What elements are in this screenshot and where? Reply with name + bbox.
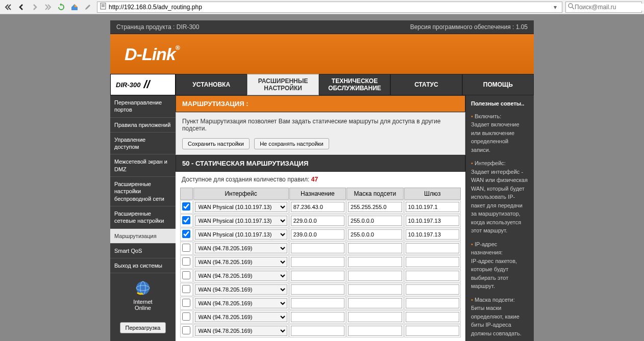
model-badge: DIR-300// xyxy=(110,74,176,95)
home-icon[interactable] xyxy=(68,2,81,13)
row-dest-input[interactable] xyxy=(291,326,344,336)
row-mask-input[interactable] xyxy=(348,284,402,295)
row-interface-select[interactable]: WAN (94.78.205.169) xyxy=(195,257,287,267)
row-dest-input[interactable] xyxy=(291,284,344,295)
row-enable-checkbox[interactable] xyxy=(182,216,190,224)
row-mask-input[interactable] xyxy=(348,257,402,267)
nav-first-icon[interactable] xyxy=(2,2,14,13)
content-area: МАРШРУТИЗАЦИЯ : Пункт Маршрутизация позв… xyxy=(176,95,465,341)
row-interface-select[interactable]: WAN (94.78.205.169) xyxy=(195,298,287,308)
row-interface-select[interactable]: WAN Physical (10.10.197.13) xyxy=(195,202,287,212)
row-dest-input[interactable] xyxy=(291,312,344,322)
row-mask-input[interactable] xyxy=(348,312,402,322)
save-button[interactable]: Сохранить настройки xyxy=(182,138,250,149)
nav-tab-2[interactable]: ТЕХНИЧЕСКОЕ ОБСЛУЖИВАНИЕ xyxy=(319,74,390,95)
row-enable-checkbox[interactable] xyxy=(182,257,190,266)
row-dest-input[interactable] xyxy=(291,243,344,253)
description-box: Пункт Маршрутизация позволяет Вам задать… xyxy=(176,112,465,155)
row-dest-input[interactable] xyxy=(291,257,344,267)
url-input[interactable] xyxy=(107,4,551,11)
internet-line1: Internet xyxy=(116,299,169,305)
sidebar-item-3[interactable]: Межсетевой экран и DMZ xyxy=(110,154,176,177)
row-interface-select[interactable]: WAN (94.78.205.169) xyxy=(195,312,287,322)
nav-tab-4[interactable]: ПОМОЩЬ xyxy=(462,74,534,95)
row-gw-input[interactable] xyxy=(406,271,459,281)
row-dest-input[interactable] xyxy=(291,229,344,240)
row-mask-input[interactable] xyxy=(348,326,402,336)
row-mask-input[interactable] xyxy=(348,298,402,308)
router-page: Страница продукта : DIR-300 Версия прогр… xyxy=(110,20,534,341)
nav-tab-1[interactable]: РАСШИРЕННЫЕ НАСТРОЙКИ xyxy=(247,74,318,95)
table-title: 50 - СТАТИЧЕСКАЯ МАРШРУТИЗАЦИЯ xyxy=(176,155,465,172)
table-row: WAN (94.78.205.169) xyxy=(180,255,461,269)
row-enable-checkbox[interactable] xyxy=(182,202,190,211)
row-enable-checkbox[interactable] xyxy=(182,326,190,334)
row-enable-checkbox[interactable] xyxy=(182,244,190,252)
row-mask-input[interactable] xyxy=(348,271,402,281)
row-dest-input[interactable] xyxy=(291,271,344,281)
row-interface-select[interactable]: WAN Physical (10.10.197.13) xyxy=(195,229,287,240)
search-icon xyxy=(568,3,575,11)
reload-icon[interactable] xyxy=(55,2,67,13)
row-mask-input[interactable] xyxy=(348,202,402,212)
row-gw-input[interactable] xyxy=(406,312,459,322)
row-mask-input[interactable] xyxy=(348,243,402,253)
table-row: WAN Physical (10.10.197.13) xyxy=(180,200,461,214)
row-enable-checkbox[interactable] xyxy=(182,230,190,238)
table-row: WAN Physical (10.10.197.13) xyxy=(180,214,461,227)
sidebar-item-4[interactable]: Расширенные настройки беспроводной сети xyxy=(110,177,176,206)
row-interface-select[interactable]: WAN (94.78.205.169) xyxy=(195,243,287,253)
col-interface: Интерфейс xyxy=(193,188,289,200)
row-gw-input[interactable] xyxy=(406,216,459,226)
table-row: WAN (94.78.205.169) xyxy=(180,324,461,337)
sidebar-item-8[interactable]: Выход из системы xyxy=(110,258,176,273)
sidebar-item-5[interactable]: Расширенные сетевые настройки xyxy=(110,206,176,229)
row-dest-input[interactable] xyxy=(291,216,344,226)
nav-forward-icon[interactable] xyxy=(29,2,41,13)
row-gw-input[interactable] xyxy=(406,326,459,336)
row-gw-input[interactable] xyxy=(406,243,459,253)
table-row: WAN (94.78.205.169) xyxy=(180,269,461,282)
row-gw-input[interactable] xyxy=(406,202,459,212)
row-dest-input[interactable] xyxy=(291,202,344,212)
sidebar-item-1[interactable]: Правила приложений xyxy=(110,118,176,133)
sidebar-item-0[interactable]: Перенаправление портов xyxy=(110,95,176,118)
col-gateway: Шлюз xyxy=(404,188,461,200)
row-interface-select[interactable]: WAN (94.78.205.169) xyxy=(195,284,287,295)
row-mask-input[interactable] xyxy=(348,229,402,240)
row-enable-checkbox[interactable] xyxy=(182,312,190,321)
row-interface-select[interactable]: WAN Physical (10.10.197.13) xyxy=(195,216,287,226)
top-strip: Страница продукта : DIR-300 Версия прогр… xyxy=(110,20,534,34)
tip-item: • Интерфейс:Задает интерфейс - WAN или ф… xyxy=(471,159,529,235)
row-mask-input[interactable] xyxy=(348,216,402,226)
row-enable-checkbox[interactable] xyxy=(182,271,190,279)
dont-save-button[interactable]: Не сохранять настройки xyxy=(254,138,329,149)
address-bar: ▾ xyxy=(97,2,562,13)
nav-last-icon[interactable] xyxy=(42,2,54,13)
row-gw-input[interactable] xyxy=(406,229,459,240)
internet-status: Internet Online xyxy=(110,273,176,317)
nav-tab-0[interactable]: УСТАНОВКА xyxy=(176,74,247,95)
svg-point-4 xyxy=(568,4,573,8)
sidebar-item-6[interactable]: Маршрутизация xyxy=(110,229,176,244)
sidebar-item-7[interactable]: Smart QoS xyxy=(110,244,176,258)
reboot-button[interactable]: Перезагрузка xyxy=(120,322,166,333)
search-input[interactable] xyxy=(575,4,644,11)
row-enable-checkbox[interactable] xyxy=(182,285,190,293)
table-row: WAN Physical (10.10.197.13) xyxy=(180,228,461,241)
url-dropdown-icon[interactable]: ▾ xyxy=(551,4,560,11)
sidebar-item-2[interactable]: Управление доступом xyxy=(110,133,176,155)
row-gw-input[interactable] xyxy=(406,284,459,295)
row-interface-select[interactable]: WAN (94.78.205.169) xyxy=(195,271,287,281)
row-gw-input[interactable] xyxy=(406,298,459,308)
routing-table: Интерфейс Назначение Маска подсети Шлюз … xyxy=(180,187,461,338)
row-enable-checkbox[interactable] xyxy=(182,299,190,307)
row-dest-input[interactable] xyxy=(291,298,344,308)
nav-tab-3[interactable]: СТАТУС xyxy=(390,74,462,95)
nav-back-icon[interactable] xyxy=(15,2,28,13)
browser-search xyxy=(565,2,642,13)
edit-icon[interactable] xyxy=(82,2,94,13)
row-gw-input[interactable] xyxy=(406,257,459,267)
row-interface-select[interactable]: WAN (94.78.205.169) xyxy=(195,326,287,336)
table-row: WAN (94.78.205.169) xyxy=(180,297,461,310)
